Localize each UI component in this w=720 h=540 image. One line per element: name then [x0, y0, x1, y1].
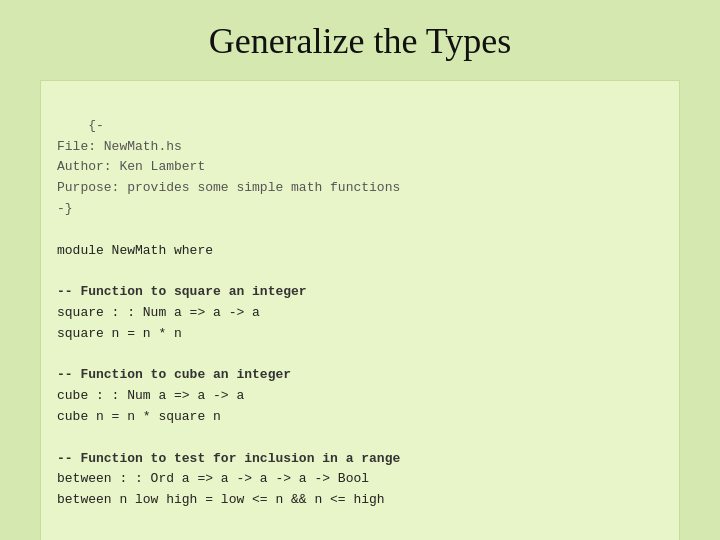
- section1-code: square : : Num a => a -> a square n = n …: [57, 305, 260, 341]
- section2-code: cube : : Num a => a -> a cube n = n * sq…: [57, 388, 244, 424]
- page-container: Generalize the Types {- File: NewMath.hs…: [0, 0, 720, 540]
- code-block: {- File: NewMath.hs Author: Ken Lambert …: [40, 80, 680, 540]
- section1-comment: -- Function to square an integer: [57, 284, 307, 299]
- comment-block: {- File: NewMath.hs Author: Ken Lambert …: [57, 118, 400, 216]
- section3-comment: -- Function to test for inclusion in a r…: [57, 451, 400, 466]
- module-line: module NewMath where: [57, 243, 213, 258]
- section2-comment: -- Function to cube an integer: [57, 367, 291, 382]
- page-title: Generalize the Types: [40, 20, 680, 62]
- section3-code: between : : Ord a => a -> a -> a -> Bool…: [57, 471, 385, 507]
